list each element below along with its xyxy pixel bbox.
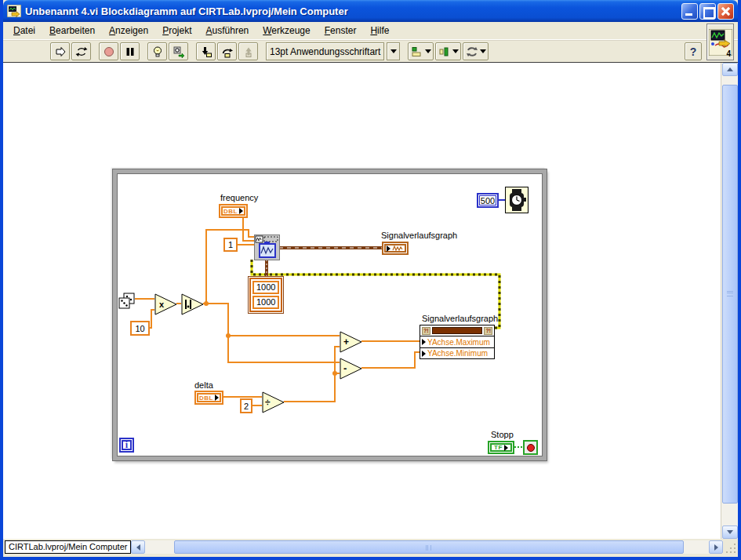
sampling-info-cluster[interactable]: 1000 1000 [248, 276, 284, 314]
menu-hilfe[interactable]: Hilfe [363, 23, 396, 39]
scroll-down-button[interactable] [722, 525, 738, 539]
vertical-scrollbar[interactable] [721, 63, 738, 539]
stop-sign-icon [527, 444, 535, 452]
constant-wait-ms[interactable]: 500 [477, 193, 499, 208]
waveform-graph-label: Signalverlaufsgraph [381, 231, 457, 240]
cluster-value[interactable]: 1000 [252, 296, 279, 309]
step-over-button[interactable] [217, 42, 237, 60]
align-objects-button[interactable] [408, 42, 434, 60]
svg-text:+: + [343, 336, 349, 347]
property-yachse-minimum[interactable]: YAchse.Minimum [420, 347, 494, 358]
property-node[interactable]: ?! ?! YAchse.Maximum YAchse.Minimum [420, 325, 495, 359]
pause-icon [124, 45, 136, 58]
highlight-execution-button[interactable] [147, 42, 167, 60]
add-node[interactable]: + [340, 331, 363, 356]
close-button[interactable] [717, 3, 734, 20]
vertical-scrollbar-thumb[interactable] [722, 85, 738, 504]
dice-icon [118, 292, 137, 311]
run-icon [54, 45, 67, 58]
subtract-node[interactable]: - [340, 358, 363, 383]
divide-node[interactable]: ÷ [262, 391, 285, 416]
vi-icon-button[interactable]: 4 [706, 24, 734, 60]
add-icon: + [340, 331, 363, 353]
multiply-icon: x [154, 293, 178, 315]
menu-projekt[interactable]: Projekt [155, 23, 198, 39]
menu-ausfuehren[interactable]: Ausführen [199, 23, 256, 39]
distribute-objects-button[interactable] [435, 42, 461, 60]
menu-werkzeuge[interactable]: Werkzeuge [256, 23, 317, 39]
menu-datei[interactable]: Datei [6, 23, 42, 39]
abort-button[interactable] [99, 42, 118, 60]
cluster-value[interactable]: 1000 [252, 281, 279, 294]
pause-button[interactable] [120, 42, 140, 60]
chevron-right-icon [714, 544, 721, 551]
font-selector[interactable]: 13pt Anwendungsschriftart [266, 42, 384, 60]
watch-icon [505, 187, 529, 213]
vi-file-icon [7, 5, 21, 17]
menu-anzeigen[interactable]: Anzeigen [102, 23, 155, 39]
iteration-terminal[interactable]: i [119, 438, 134, 453]
chevron-down-icon [727, 530, 733, 537]
graph-reference-bar [432, 327, 483, 334]
scroll-right-button[interactable] [709, 540, 723, 554]
chevron-down-icon [425, 49, 431, 53]
multiply-node[interactable]: x [154, 293, 178, 318]
svg-text:÷: ÷ [265, 397, 271, 408]
abort-icon [103, 45, 115, 58]
chevron-down-icon [480, 49, 486, 53]
block-diagram-canvas[interactable]: frequency DBL 1 Signalverlaufsgra [3, 63, 721, 539]
absolute-value-node[interactable] [181, 293, 205, 318]
loop-condition-terminal[interactable] [523, 440, 538, 455]
frequency-terminal[interactable]: DBL [219, 204, 248, 218]
chevron-down-icon [390, 49, 397, 53]
constant-ten[interactable]: 10 [130, 321, 150, 336]
font-selector-dropdown[interactable] [387, 42, 400, 60]
labview-block-diagram-window: Unbenannt 4.vi Blockdiagramm auf CIRTLab… [0, 0, 741, 560]
run-continuous-button[interactable] [71, 42, 91, 60]
window-title: Unbenannt 4.vi Blockdiagramm auf CIRTLab… [25, 5, 677, 17]
svg-text:-: - [343, 362, 347, 374]
distribute-objects-icon [438, 46, 451, 57]
error-glyph: ?! [484, 327, 492, 335]
chevron-up-icon [727, 64, 733, 71]
horizontal-scrollbar[interactable] [131, 540, 723, 554]
reorder-icon [466, 46, 478, 57]
waveform-glyph-icon [392, 245, 404, 252]
subtract-icon: - [340, 358, 363, 380]
menu-bearbeiten[interactable]: Bearbeiten [42, 23, 102, 39]
reorder-button[interactable] [463, 42, 489, 60]
stop-terminal[interactable]: TF [488, 441, 514, 454]
run-button[interactable] [50, 42, 70, 60]
status-bar: CIRTLab.lvproj/Mein Computer [3, 539, 738, 557]
step-into-button[interactable] [196, 42, 216, 60]
horizontal-scrollbar-thumb[interactable] [174, 540, 684, 554]
run-continuous-icon [75, 45, 88, 58]
waveform-graph-terminal[interactable] [382, 242, 409, 255]
waveform-generator-node[interactable] [254, 235, 280, 264]
property-node-reference[interactable]: ?! ?! [420, 325, 494, 336]
resize-grip[interactable] [723, 540, 738, 555]
scroll-up-button[interactable] [722, 63, 738, 76]
svg-text:x: x [159, 300, 165, 309]
property-node-label: Signalverlaufsgraph [422, 314, 498, 323]
frequency-label: frequency [220, 193, 258, 202]
retain-wire-values-button[interactable] [169, 42, 188, 60]
font-selector-value: 13pt Anwendungsschriftart [270, 46, 380, 57]
menu-fenster[interactable]: Fenster [318, 23, 364, 39]
help-button[interactable]: ? [685, 42, 702, 60]
terminal-arrow-icon [504, 445, 508, 451]
scroll-left-button[interactable] [131, 540, 145, 554]
constant-two[interactable]: 2 [240, 398, 252, 413]
wait-ms-node[interactable] [505, 187, 529, 216]
execution-target-box[interactable]: CIRTLab.lvproj/Mein Computer [5, 540, 131, 554]
delta-terminal[interactable]: DBL [194, 391, 223, 405]
minimize-button[interactable] [681, 3, 698, 20]
property-yachse-maximum[interactable]: YAchse.Maximum [420, 336, 494, 347]
random-number-node[interactable] [118, 292, 137, 314]
step-out-button[interactable] [238, 42, 258, 60]
menu-bar: Datei Bearbeiten Anzeigen Projekt Ausfüh… [3, 22, 738, 40]
maximize-button[interactable] [699, 3, 716, 20]
chevron-left-icon [133, 544, 140, 551]
constant-one[interactable]: 1 [223, 238, 238, 252]
align-objects-icon [411, 46, 423, 57]
